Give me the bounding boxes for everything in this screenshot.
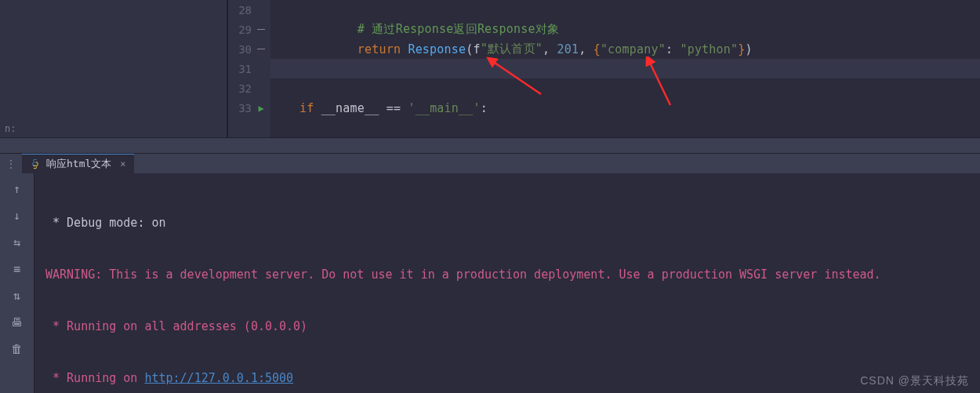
- terminal-line: WARNING: This is a development server. D…: [45, 266, 969, 283]
- gutter[interactable]: 28 29 30 31 32 33 ▶: [227, 0, 270, 137]
- terminal-tab[interactable]: 响应html文本 ×: [22, 154, 134, 173]
- code-editor: n: 28 29 30 31 32 33 ▶ # 通过Response返回Res…: [0, 0, 980, 137]
- fold-icon[interactable]: [255, 39, 267, 59]
- line-number: 31: [238, 59, 252, 78]
- code-line: [270, 78, 980, 98]
- terminal-toolbar: ↑ ↓ ⇆ ≡ ⇅ 🖶 🗑: [0, 173, 34, 393]
- code-line: if __name__ == '__main__':: [270, 98, 980, 118]
- code-line: return Response(f"默认首页", 201, {"company"…: [270, 39, 980, 59]
- line-number: 32: [238, 78, 252, 98]
- code-line: [270, 0, 980, 20]
- scroll-to-end-button[interactable]: ≡: [9, 261, 25, 277]
- tab-more-icon[interactable]: ⋮: [0, 154, 22, 173]
- fold-icon[interactable]: [255, 20, 267, 39]
- terminal-line: * Running on all addresses (0.0.0.0): [45, 318, 969, 335]
- code-line: [270, 59, 980, 78]
- clear-button[interactable]: 🗑: [9, 341, 25, 357]
- scroll-down-button[interactable]: ↓: [9, 208, 25, 224]
- python-file-icon: [30, 158, 41, 169]
- server-url-link[interactable]: http://127.0.0.1:5000: [144, 371, 293, 385]
- print-button[interactable]: 🖶: [9, 315, 25, 330]
- panel-divider: [227, 0, 228, 137]
- terminal-output[interactable]: * Debug mode: on WARNING: This is a deve…: [34, 173, 980, 393]
- code-area[interactable]: # 通过Response返回Response对象 return Response…: [270, 0, 980, 137]
- line-number: 33: [238, 98, 252, 118]
- code-line: # 通过Response返回Response对象: [270, 20, 980, 39]
- tab-label: 响应html文本: [46, 157, 111, 171]
- line-number: 30: [238, 39, 252, 59]
- terminal-line: * Debug mode: on: [45, 214, 969, 231]
- soft-wrap-button[interactable]: ⇆: [9, 235, 25, 250]
- close-icon[interactable]: ×: [120, 158, 125, 169]
- watermark: CSDN @景天科技苑: [860, 374, 969, 388]
- line-number: 28: [238, 0, 252, 20]
- diff-button[interactable]: ⇅: [9, 288, 25, 304]
- line-number: 29: [238, 20, 252, 39]
- terminal-tabbar: ⋮ 响应html文本 ×: [0, 153, 980, 173]
- editor-left-label: n:: [0, 120, 20, 137]
- panel-separator: [0, 137, 980, 153]
- run-icon[interactable]: ▶: [255, 98, 267, 118]
- scroll-up-button[interactable]: ↑: [9, 181, 25, 197]
- editor-left-panel: n:: [0, 0, 227, 137]
- terminal-line: * Running on http://127.0.0.1:5000: [45, 369, 969, 387]
